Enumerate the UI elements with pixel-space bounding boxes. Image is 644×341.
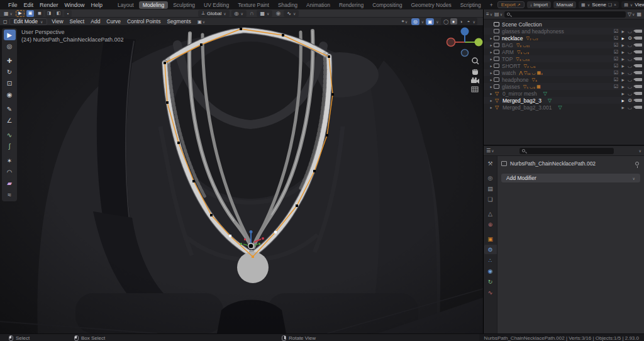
workspace-tab-modeling[interactable]: Modeling <box>139 1 169 9</box>
expand-arrow-icon[interactable]: ▸ <box>489 77 494 82</box>
workspace-tab-layout[interactable]: Layout <box>114 1 138 9</box>
disable-render-camera-icon[interactable] <box>635 30 642 33</box>
hide-viewport-eye-icon[interactable]: ◡ <box>626 91 633 96</box>
workspace-tab-uv-editing[interactable]: UV Editing <box>200 1 233 9</box>
render-tab[interactable]: ◎ <box>484 173 497 182</box>
remove-scene-icon[interactable]: × <box>614 3 616 7</box>
row-headphone[interactable]: ▸ headphone ▽₃ ☑ ▶ ◡ <box>484 76 644 83</box>
mode-dropdown[interactable]: Edit Mode∨ <box>9 18 48 25</box>
expand-arrow-icon[interactable]: ▸ <box>489 70 494 75</box>
view-layer-tab[interactable]: ❏ <box>484 194 497 204</box>
transform-tool[interactable]: ◉ <box>4 89 16 100</box>
editor-type-select[interactable]: ▦∨ <box>3 11 14 16</box>
selectable-arrow-icon[interactable]: ▶ <box>619 30 626 33</box>
row-0-mirror-mesh[interactable]: ▸ 0_mirror mesh ▽ ▶ ◡ <box>484 90 644 97</box>
outliner-item-label[interactable]: Merged_bag2_3 <box>502 98 541 104</box>
expand-arrow-icon[interactable]: ▸ <box>489 36 494 40</box>
outliner-item-label[interactable]: TOP <box>502 56 513 62</box>
outliner-item-label[interactable]: headphone <box>502 77 529 83</box>
select-mode-invert-icon[interactable]: ◧ <box>55 10 62 17</box>
hide-viewport-eye-icon[interactable]: ⊙ <box>626 98 633 103</box>
scene-selector[interactable]: ▦∨ Scene ❏× <box>579 1 619 8</box>
radius-tool[interactable]: ◠ <box>4 167 16 177</box>
select-mode-set-icon[interactable]: ▣ <box>26 10 34 17</box>
active-tool-button[interactable]: ▶ <box>16 10 25 17</box>
exclude-checkbox[interactable]: ☑ <box>613 56 619 62</box>
viewport-menu-add[interactable]: Add <box>87 18 103 25</box>
manual-button[interactable]: Manual <box>553 1 576 8</box>
viewport-menu-curve[interactable]: Curve <box>103 18 124 25</box>
cursor-tool[interactable]: ◎ <box>4 41 16 52</box>
select-mode-extend-icon[interactable]: ◼ <box>36 10 43 17</box>
data-tab[interactable]: ∿ <box>484 288 497 297</box>
selectable-arrow-icon[interactable]: ▶ <box>619 78 626 82</box>
snap-magnet-icon[interactable]: ∩ <box>248 10 255 16</box>
output-tab[interactable]: ▤ <box>484 184 497 193</box>
outliner-item-label[interactable]: necklace <box>502 35 523 42</box>
row-glasses[interactable]: ▸ glasses ▽₅ ◡₄ ▦ ☑ ▶ ◡ <box>484 83 644 90</box>
menu-file[interactable]: File <box>5 2 21 8</box>
transform-orientation-dropdown[interactable]: ⊥Global∨ <box>198 10 230 17</box>
workspace-tab-animation[interactable]: Animation <box>303 1 334 9</box>
tool-tab[interactable]: ⚒ <box>484 159 497 168</box>
outliner-item-label[interactable]: ARM <box>502 49 514 55</box>
selectable-arrow-icon[interactable]: ▶ <box>619 43 626 47</box>
export-button[interactable]: Export↗ <box>497 1 525 8</box>
disable-render-camera-icon[interactable] <box>635 71 642 74</box>
physics-tab[interactable]: ◉ <box>484 266 497 276</box>
viewport-menu-control-points[interactable]: Control Points <box>124 18 164 25</box>
outliner-item-label[interactable]: glasses <box>502 84 520 90</box>
hide-viewport-eye-icon[interactable]: ◡ <box>626 84 633 89</box>
import-button[interactable]: ↓Import <box>527 1 551 8</box>
expand-arrow-icon[interactable]: ▸ <box>489 84 494 89</box>
scale-tool[interactable]: ⊡ <box>4 78 16 89</box>
extrude-tool[interactable]: ✶ <box>4 155 16 166</box>
disable-render-camera-icon[interactable] <box>635 36 642 40</box>
add-workspace-button[interactable]: + <box>486 1 497 9</box>
hide-viewport-eye-icon[interactable]: ◡ <box>626 42 633 48</box>
row-merged-bag2-3-001[interactable]: ▸ Merged_bag2_3.001 ▽ ▶ ◡ <box>484 104 644 111</box>
selectable-arrow-icon[interactable]: ▶ <box>619 50 626 54</box>
outliner-item-label[interactable]: glasses and headphoness <box>502 28 564 35</box>
menu-help[interactable]: Help <box>88 2 106 8</box>
row-bag[interactable]: ▸ BAG ▽₈ ◡₁₁ ☑ ▶ ◡ <box>484 42 644 48</box>
viewport-menu-select[interactable]: Select <box>67 18 88 25</box>
annotate-tool[interactable]: ✎ <box>4 104 16 115</box>
disable-render-camera-icon[interactable] <box>635 92 642 95</box>
viewport-menu-view[interactable]: View <box>48 18 66 25</box>
selectable-arrow-icon[interactable]: ▶ <box>619 57 626 61</box>
expand-arrow-icon[interactable]: ▸ <box>489 43 494 47</box>
selectable-arrow-icon[interactable]: ▶ <box>619 71 626 75</box>
workspace-tab-scripting[interactable]: Scripting <box>457 1 485 9</box>
scene-tab[interactable]: △ <box>484 209 497 218</box>
row-merged-bag2-3[interactable]: ▸ Merged_bag2_3 ▽ ▶ ⊙ <box>484 97 644 104</box>
selectable-arrow-icon[interactable]: ▶ <box>619 92 626 96</box>
workspace-tab-shading[interactable]: Shading <box>274 1 301 9</box>
add-modifier-dropdown[interactable]: Add Modifier ∨ <box>501 174 640 182</box>
move-tool[interactable]: ✚ <box>4 55 16 66</box>
menu-window[interactable]: Window <box>62 2 88 8</box>
randomize-tool[interactable]: ≈ <box>4 189 16 200</box>
viewport-menu-segments[interactable]: Segments <box>164 18 194 25</box>
workspace-tab-geometry-nodes[interactable]: Geometry Nodes <box>407 1 455 9</box>
disable-render-camera-icon[interactable] <box>635 50 642 53</box>
outliner-item-label[interactable]: watch <box>502 70 516 76</box>
expand-arrow-icon[interactable]: ▸ <box>489 98 494 103</box>
shear-tool[interactable]: ▰ <box>4 178 16 189</box>
properties-options-dropdown[interactable]: ∨ <box>639 148 641 153</box>
row-watch[interactable]: ▸ watch ⋀ ▽₁₆ ◡ ▦₄ ☑ ▶ ◡ <box>484 69 644 76</box>
particles-tab[interactable]: ∴ <box>484 255 497 265</box>
properties-editor-type-dropdown[interactable]: ☰∨ <box>486 148 494 154</box>
row-top[interactable]: ▸ TOP ▽₃ ◡₁₃ ☑ ▶ ◡ <box>484 55 644 62</box>
rendered-shading-icon[interactable]: ◓ <box>465 18 472 25</box>
properties-search-input[interactable] <box>527 148 611 154</box>
row-short[interactable]: ▸ SHORT ▽₂ ◡₆ ☑ ▶ ◡ <box>484 62 644 69</box>
gizmos-dropdown[interactable]: ⌖∨ <box>400 18 410 25</box>
hide-viewport-eye-icon[interactable]: ◡ <box>626 63 633 69</box>
proportional-falloff-dropdown[interactable]: ∿∨ <box>284 10 299 17</box>
solid-shading-icon[interactable]: ● <box>450 18 457 25</box>
material-shading-icon[interactable]: ◑ <box>458 18 465 25</box>
exclude-checkbox[interactable]: ☑ <box>613 49 619 55</box>
proportional-editing-icon[interactable]: ◉ <box>274 10 282 16</box>
selectable-arrow-icon[interactable]: ▶ <box>619 36 626 40</box>
